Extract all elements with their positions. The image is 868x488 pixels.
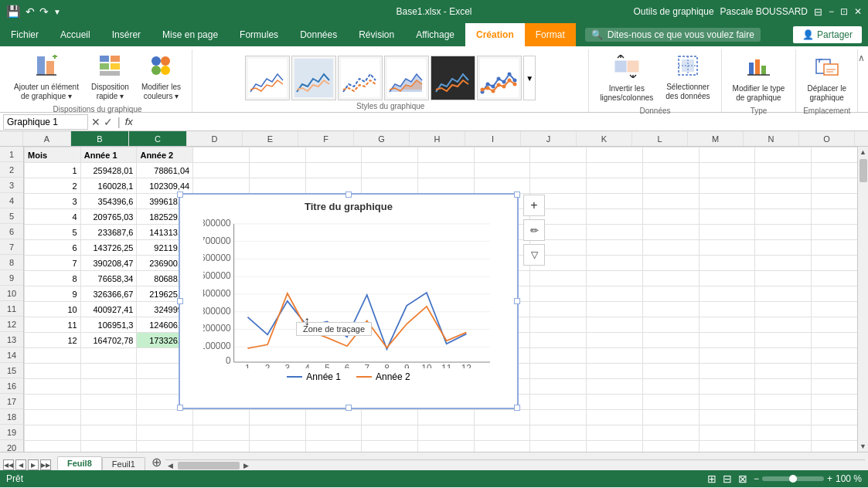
row-header-19[interactable]: 19 (0, 425, 23, 440)
row-header-13[interactable]: 13 (0, 332, 23, 347)
cell-b12[interactable]: 106951,3 (80, 317, 137, 333)
chart-styles-scroll-btn[interactable]: ▼ (523, 56, 536, 100)
cell-a12[interactable]: 11 (25, 317, 81, 333)
cell-b4[interactable]: 354396,6 (80, 194, 137, 209)
row-header-18[interactable]: 18 (0, 409, 23, 425)
row-header-8[interactable]: 8 (0, 255, 23, 270)
tab-next-btn[interactable]: ▶ (28, 459, 39, 470)
cell-b11[interactable]: 400927,41 (80, 302, 137, 317)
zoom-thumb[interactable] (789, 475, 797, 483)
cell-b13[interactable]: 164702,78 (80, 333, 137, 348)
cell-i1[interactable] (474, 147, 530, 163)
cell-m1[interactable] (699, 147, 755, 163)
row-header-12[interactable]: 12 (0, 317, 23, 332)
row-header-1[interactable]: 1 (0, 147, 23, 162)
col-header-o[interactable]: O (799, 131, 855, 146)
chart-resize-bm[interactable] (345, 405, 352, 411)
col-header-n[interactable]: N (744, 131, 799, 146)
tab-formules[interactable]: Formules (229, 23, 289, 46)
cell-c1[interactable]: Année 2 (137, 147, 193, 163)
row-header-6[interactable]: 6 (0, 224, 23, 239)
chart-style-4[interactable] (384, 56, 429, 100)
col-header-l[interactable]: L (632, 131, 688, 146)
page-layout-icon[interactable]: ⊟ (723, 473, 732, 485)
row-header-3[interactable]: 3 (0, 178, 23, 193)
cell-l1[interactable] (642, 147, 699, 163)
share-button[interactable]: 👤 Partager (793, 26, 862, 43)
cancel-formula-btn[interactable]: ✕ (91, 116, 100, 128)
cell-b5[interactable]: 209765,03 (80, 209, 137, 225)
restore-btn[interactable]: ⊡ (840, 6, 848, 17)
cell-c2[interactable]: 78861,04 (137, 163, 193, 178)
sheet-tab-feuil1[interactable]: Feuil1 (102, 457, 145, 470)
row-header-11[interactable]: 11 (0, 301, 23, 317)
cell-a6[interactable]: 5 (25, 225, 81, 240)
cell-c3[interactable]: 102309,44 (137, 178, 193, 194)
tab-revision[interactable]: Révision (348, 23, 405, 46)
chart-tooltip-area[interactable] (288, 314, 341, 352)
col-header-e[interactable]: E (243, 131, 298, 146)
chart-filter-btn[interactable]: ▽ (523, 244, 545, 266)
select-data-button[interactable]: Sélectionnerdes données (661, 53, 714, 103)
chart-resize-bl[interactable] (177, 405, 183, 411)
chart[interactable]: Titre du graphique 800000 700000 600000 … (179, 193, 519, 409)
cell-g1[interactable] (362, 147, 418, 163)
hscroll-thumb[interactable] (178, 462, 240, 469)
ribbon-expand-icon[interactable]: ⊟ (814, 6, 822, 18)
cell-a1[interactable]: Mois (25, 147, 81, 163)
row-header-17[interactable]: 17 (0, 394, 23, 409)
cell-n1[interactable] (755, 147, 812, 163)
cell-k1[interactable] (587, 147, 643, 163)
cell-a9[interactable]: 8 (25, 271, 81, 286)
chart-style-6[interactable] (477, 56, 522, 100)
col-header-k[interactable]: K (577, 131, 632, 146)
page-break-icon[interactable]: ⊠ (738, 473, 747, 485)
cell-a2[interactable]: 1 (25, 163, 81, 178)
chart-style-1[interactable] (245, 56, 290, 100)
scroll-up-btn[interactable]: ▲ (858, 147, 869, 158)
cell-b8[interactable]: 390208,47 (80, 256, 137, 271)
cell-b1[interactable]: Année 1 (80, 147, 137, 163)
col-header-g[interactable]: G (354, 131, 410, 146)
cell-a11[interactable]: 10 (25, 302, 81, 317)
col-header-c[interactable]: C (129, 131, 187, 146)
row-header-14[interactable]: 14 (0, 347, 23, 363)
cell-a3[interactable]: 2 (25, 178, 81, 194)
tab-accueil[interactable]: Accueil (49, 23, 101, 46)
chart-resize-ml[interactable] (177, 298, 183, 304)
tab-first-btn[interactable]: ◀◀ (3, 459, 14, 470)
vertical-scrollbar[interactable]: ▲ ▼ (857, 147, 868, 452)
chart-resize-tl[interactable] (177, 191, 183, 198)
tab-inserer[interactable]: Insérer (101, 23, 151, 46)
chart-resize-mr[interactable] (514, 298, 520, 304)
ribbon-collapse[interactable]: ∧ (858, 49, 865, 112)
col-header-h[interactable]: H (410, 131, 465, 146)
row-header-15[interactable]: 15 (0, 363, 23, 378)
invertir-button[interactable]: Invertir leslignes/colonnes (595, 53, 658, 105)
cell-j1[interactable] (530, 147, 587, 163)
quick-layout-button[interactable]: Dispositionrapide ▾ (87, 53, 134, 103)
add-sheet-button[interactable]: ⊕ (148, 453, 165, 470)
horizontal-scrollbar[interactable]: ◀ ▶ (165, 459, 865, 470)
col-header-a[interactable]: A (23, 131, 71, 146)
hscroll-left-btn[interactable]: ◀ (165, 460, 176, 471)
tab-creation[interactable]: Création (465, 23, 525, 46)
row-header-20[interactable]: 20 (0, 440, 23, 452)
formula-input[interactable] (136, 117, 865, 127)
row-header-9[interactable]: 9 (0, 270, 23, 286)
save-icon[interactable]: 💾 (6, 5, 21, 19)
change-chart-type-button[interactable]: Modifier le typede graphique (728, 53, 790, 105)
chart-style-3[interactable] (338, 56, 383, 100)
move-chart-button[interactable]: Déplacer legraphique (802, 53, 851, 105)
col-header-m[interactable]: M (688, 131, 744, 146)
customize-icon[interactable]: ▼ (53, 8, 61, 16)
zoom-slider[interactable] (762, 476, 824, 481)
sheet-tab-feuil8[interactable]: Feuil8 (57, 456, 102, 470)
close-btn[interactable]: ✕ (854, 6, 862, 17)
hscroll-right-btn[interactable]: ▶ (241, 460, 252, 471)
col-header-f[interactable]: F (298, 131, 354, 146)
scroll-down-btn[interactable]: ▼ (858, 441, 869, 452)
zoom-out-btn[interactable]: − (754, 473, 759, 484)
tab-donnees[interactable]: Données (289, 23, 348, 46)
col-header-b[interactable]: B (71, 131, 129, 146)
